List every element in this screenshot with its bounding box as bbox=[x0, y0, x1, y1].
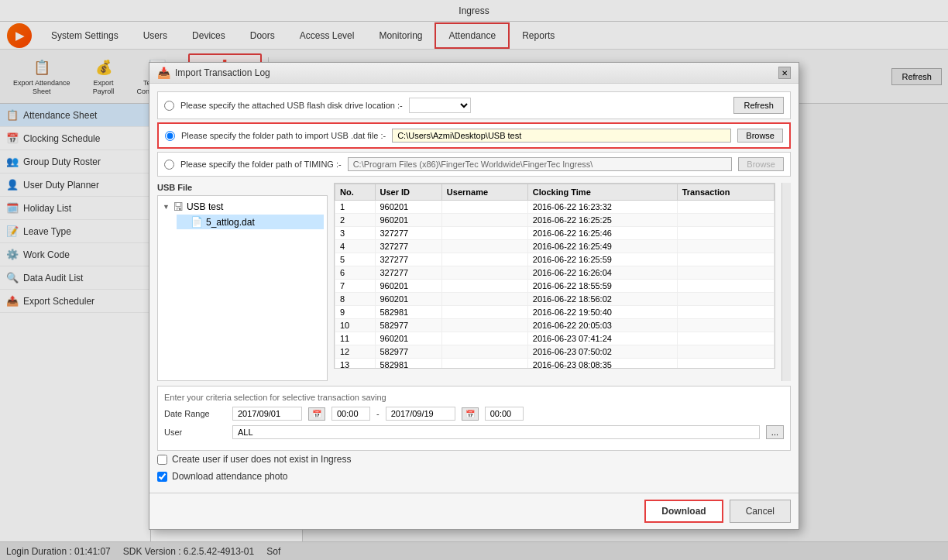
transaction-row[interactable]: 9 582981 2016-06-22 19:50:40 bbox=[335, 306, 775, 319]
create-user-label: Create user if user does not exist in In… bbox=[172, 454, 351, 465]
date-from-input[interactable] bbox=[232, 407, 302, 421]
date-to-input[interactable] bbox=[386, 407, 455, 421]
date-range-row: Date Range 📅 - 📅 bbox=[164, 407, 784, 421]
user-criteria-input[interactable] bbox=[232, 425, 760, 439]
row-user-id: 960201 bbox=[375, 201, 441, 214]
tree-file-item[interactable]: 📄 5_attlog.dat bbox=[177, 215, 324, 229]
row-clocking-time: 2016-06-22 16:25:49 bbox=[527, 240, 677, 253]
modal-body: Please specify the attached USB flash di… bbox=[149, 84, 799, 493]
timing-path-input[interactable] bbox=[348, 157, 733, 171]
criteria-title: Enter your criteria selection for select… bbox=[164, 393, 784, 402]
row-user-id: 327277 bbox=[375, 240, 441, 253]
row-transaction bbox=[677, 214, 774, 227]
transaction-row[interactable]: 3 327277 2016-06-22 16:25:46 bbox=[335, 227, 775, 240]
user-criteria-label: User bbox=[164, 428, 226, 437]
folder-path-input[interactable] bbox=[392, 129, 731, 143]
usb-refresh-button[interactable]: Refresh bbox=[733, 97, 784, 114]
row-no: 3 bbox=[335, 227, 376, 240]
row-user-id: 582981 bbox=[375, 359, 441, 369]
tree-child-section: 📄 5_attlog.dat bbox=[177, 215, 324, 229]
row-transaction bbox=[677, 240, 774, 253]
download-button[interactable]: Download bbox=[644, 500, 723, 523]
transaction-row[interactable]: 5 327277 2016-06-22 16:25:59 bbox=[335, 253, 775, 266]
row-username bbox=[441, 240, 527, 253]
download-photo-label: Download attendance photo bbox=[172, 471, 287, 482]
row-user-id: 582977 bbox=[375, 319, 441, 332]
row-clocking-time: 2016-06-22 16:25:25 bbox=[527, 214, 677, 227]
row-user-id: 582981 bbox=[375, 306, 441, 319]
radio-folder-path[interactable] bbox=[165, 131, 175, 141]
transaction-row[interactable]: 4 327277 2016-06-22 16:25:49 bbox=[335, 240, 775, 253]
dash-separator: - bbox=[376, 409, 380, 418]
row-username bbox=[441, 214, 527, 227]
usb-drive-select[interactable] bbox=[409, 98, 471, 113]
transaction-row[interactable]: 10 582977 2016-06-22 20:05:03 bbox=[335, 319, 775, 332]
row-user-id: 582977 bbox=[375, 345, 441, 359]
folder-browse-button[interactable]: Browse bbox=[737, 129, 783, 143]
radio-usb-flash[interactable] bbox=[164, 101, 174, 111]
row-clocking-time: 2016-06-22 20:05:03 bbox=[527, 319, 677, 332]
calendar-to-button[interactable]: 📅 bbox=[462, 407, 479, 421]
create-user-checkbox-row: Create user if user does not exist in In… bbox=[157, 451, 791, 468]
transaction-row[interactable]: 13 582981 2016-06-23 08:08:35 bbox=[335, 359, 775, 369]
row-username bbox=[441, 332, 527, 345]
row-no: 10 bbox=[335, 319, 376, 332]
download-photo-checkbox[interactable] bbox=[157, 472, 167, 482]
row-clocking-time: 2016-06-22 18:55:59 bbox=[527, 280, 677, 293]
row-transaction bbox=[677, 332, 774, 345]
row-user-id: 960201 bbox=[375, 332, 441, 345]
option-timing-path: Please specify the folder path of TIMING… bbox=[157, 152, 791, 177]
tree-file-name: 5_attlog.dat bbox=[206, 217, 255, 228]
row-clocking-time: 2016-06-22 16:25:59 bbox=[527, 253, 677, 266]
usb-file-label: USB File bbox=[157, 183, 328, 192]
transaction-row[interactable]: 7 960201 2016-06-22 18:55:59 bbox=[335, 280, 775, 293]
table-scrollbar[interactable] bbox=[781, 183, 791, 381]
timing-browse-button[interactable]: Browse bbox=[738, 157, 784, 171]
row-clocking-time: 2016-06-22 16:26:04 bbox=[527, 266, 677, 280]
row-clocking-time: 2016-06-23 07:41:24 bbox=[527, 332, 677, 345]
modal-columns: USB File ▼ 🖫 USB test 📄 5_attlog.dat bbox=[157, 183, 791, 381]
cancel-button[interactable]: Cancel bbox=[730, 500, 791, 523]
row-username bbox=[441, 359, 527, 369]
create-user-checkbox[interactable] bbox=[157, 455, 167, 465]
row-no: 5 bbox=[335, 253, 376, 266]
radio-timing-path[interactable] bbox=[164, 160, 174, 170]
transaction-row[interactable]: 11 960201 2016-06-23 07:41:24 bbox=[335, 332, 775, 345]
file-icon: 📄 bbox=[191, 216, 203, 228]
col-transaction-h: Transaction bbox=[677, 184, 774, 201]
row-username bbox=[441, 293, 527, 306]
row-username bbox=[441, 345, 527, 359]
transaction-row[interactable]: 12 582977 2016-06-23 07:50:02 bbox=[335, 345, 775, 359]
time-from-input[interactable] bbox=[331, 407, 370, 421]
transaction-row[interactable]: 8 960201 2016-06-22 18:56:02 bbox=[335, 293, 775, 306]
row-clocking-time: 2016-06-22 19:50:40 bbox=[527, 306, 677, 319]
row-transaction bbox=[677, 359, 774, 369]
modal-close-button[interactable]: ✕ bbox=[778, 67, 791, 79]
row-transaction bbox=[677, 306, 774, 319]
user-browse-button[interactable]: ... bbox=[766, 425, 784, 439]
transaction-table: No. User ID Username Clocking Time Trans… bbox=[335, 184, 775, 369]
row-username bbox=[441, 319, 527, 332]
row-username bbox=[441, 280, 527, 293]
row-no: 2 bbox=[335, 214, 376, 227]
transaction-row[interactable]: 6 327277 2016-06-22 16:26:04 bbox=[335, 266, 775, 280]
calendar-from-button[interactable]: 📅 bbox=[308, 407, 325, 421]
option-folder-label: Please specify the folder path to import… bbox=[181, 131, 386, 140]
row-transaction bbox=[677, 201, 774, 214]
row-user-id: 960201 bbox=[375, 280, 441, 293]
file-tree-section: USB File ▼ 🖫 USB test 📄 5_attlog.dat bbox=[157, 183, 328, 381]
user-row: User ... bbox=[164, 425, 784, 439]
time-to-input[interactable] bbox=[485, 407, 524, 421]
date-range-label: Date Range bbox=[164, 409, 226, 418]
file-tree[interactable]: ▼ 🖫 USB test 📄 5_attlog.dat bbox=[157, 195, 328, 381]
col-username-h: Username bbox=[441, 184, 527, 201]
col-user-id-h: User ID bbox=[375, 184, 441, 201]
transaction-row[interactable]: 1 960201 2016-06-22 16:23:32 bbox=[335, 201, 775, 214]
row-transaction bbox=[677, 319, 774, 332]
transaction-row[interactable]: 2 960201 2016-06-22 16:25:25 bbox=[335, 214, 775, 227]
row-no: 8 bbox=[335, 293, 376, 306]
row-no: 4 bbox=[335, 240, 376, 253]
tree-folder-item[interactable]: ▼ 🖫 USB test bbox=[161, 199, 324, 215]
row-clocking-time: 2016-06-22 18:56:02 bbox=[527, 293, 677, 306]
row-no: 13 bbox=[335, 359, 376, 369]
